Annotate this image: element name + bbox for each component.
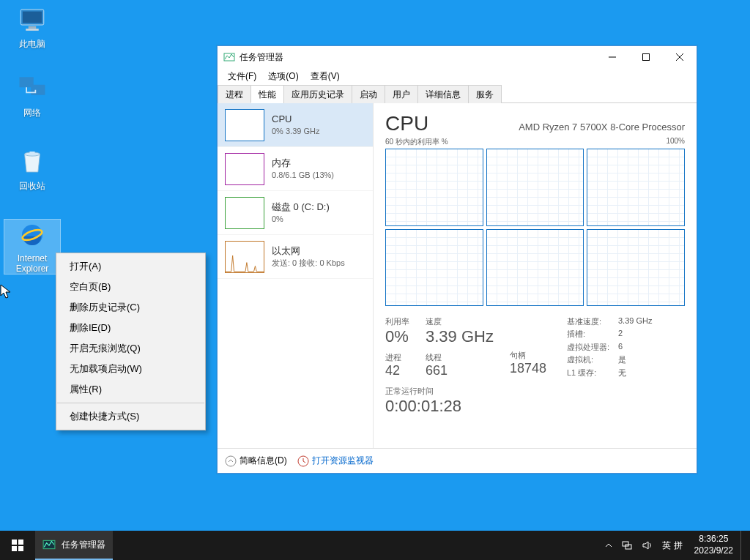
tray-chevron[interactable] xyxy=(601,531,617,560)
taskmgr-icon xyxy=(42,538,56,551)
ctx-open[interactable]: 打开(A) xyxy=(56,256,205,277)
show-desktop-button[interactable] xyxy=(740,531,750,560)
proc-label: 进程 xyxy=(385,352,409,363)
fewer-label: 简略信息(D) xyxy=(240,455,287,467)
cursor-icon xyxy=(0,284,12,300)
svg-rect-21 xyxy=(18,546,23,551)
chevron-up-icon xyxy=(605,542,612,549)
chevron-up-circle-icon xyxy=(225,455,237,467)
kv-k: 虚拟机: xyxy=(567,354,618,365)
ctx-inprivate[interactable]: 开启无痕浏览(Q) xyxy=(56,338,205,359)
tab-processes[interactable]: 进程 xyxy=(218,85,251,103)
perf-main: CPU AMD Ryzen 7 5700X 8-Core Processor 6… xyxy=(374,103,697,448)
svg-rect-22 xyxy=(43,540,55,548)
cpu-model: AMD Ryzen 7 5700X 8-Core Processor xyxy=(519,122,685,132)
kv-k: 基准速度: xyxy=(567,316,618,327)
svg-rect-1 xyxy=(23,12,42,23)
desktop-icon-label: 此电脑 xyxy=(4,38,60,51)
handles-value: 18748 xyxy=(510,361,546,376)
svg-rect-11 xyxy=(643,54,650,61)
desktop-icon-internet-explorer[interactable]: Internet Explorer xyxy=(4,220,60,274)
recycle-bin-icon xyxy=(17,146,48,177)
taskbar-item-taskmgr[interactable]: 任务管理器 xyxy=(35,531,113,560)
svg-rect-2 xyxy=(29,26,37,29)
menu-file[interactable]: 文件(F) xyxy=(222,69,262,84)
sidebar-item-disk[interactable]: 磁盘 0 (C: D:)0% xyxy=(218,191,373,235)
tab-services[interactable]: 服务 xyxy=(468,85,502,103)
util-value: 0% xyxy=(385,327,409,346)
sidebar-item-cpu[interactable]: CPU0% 3.39 GHz xyxy=(218,103,373,147)
desktop[interactable]: 此电脑 网络 回收站 Internet Explorer 打开(A) 空白页(B… xyxy=(0,0,750,560)
sidebar-item-ethernet[interactable]: 以太网发送: 0 接收: 0 Kbps xyxy=(218,235,373,279)
sidebar-sub: 0.8/6.1 GB (13%) xyxy=(272,170,334,180)
maximize-button[interactable] xyxy=(629,46,663,68)
ctx-blank-page[interactable]: 空白页(B) xyxy=(56,277,205,297)
close-button[interactable] xyxy=(663,46,697,68)
desktop-icon-network[interactable]: 网络 xyxy=(4,73,60,119)
tab-details[interactable]: 详细信息 xyxy=(417,85,469,103)
start-button[interactable] xyxy=(0,531,35,560)
desktop-icon-this-pc[interactable]: 此电脑 xyxy=(4,4,60,51)
threads-label: 线程 xyxy=(426,352,494,363)
cpu-thumb xyxy=(225,109,264,141)
sidebar-label: 磁盘 0 (C: D:) xyxy=(272,201,330,214)
ctx-create-shortcut[interactable]: 创建快捷方式(S) xyxy=(56,406,205,427)
minimize-icon xyxy=(609,53,616,61)
desktop-icon-label: 网络 xyxy=(4,107,60,119)
tray-ime[interactable]: 英 拼 xyxy=(658,531,686,560)
sidebar-sub: 0% xyxy=(272,214,330,224)
clock-date: 2023/9/22 xyxy=(694,545,733,557)
menu-options[interactable]: 选项(O) xyxy=(262,69,304,84)
svg-point-14 xyxy=(226,456,236,466)
cpu-graph-grid[interactable] xyxy=(385,149,685,306)
svg-rect-20 xyxy=(12,546,17,551)
tray-volume[interactable] xyxy=(637,531,658,560)
clock-time: 8:36:25 xyxy=(694,534,733,545)
pc-icon xyxy=(17,4,48,35)
tab-performance[interactable]: 性能 xyxy=(250,85,284,103)
desktop-icon-label: 回收站 xyxy=(4,180,60,193)
svg-rect-9 xyxy=(224,53,234,61)
ctx-properties[interactable]: 属性(R) xyxy=(56,379,205,400)
tabs: 进程 性能 应用历史记录 启动 用户 详细信息 服务 xyxy=(218,84,697,103)
svg-line-17 xyxy=(303,461,305,463)
uptime-value: 0:00:01:28 xyxy=(385,397,685,416)
rmon-label: 打开资源监视器 xyxy=(312,455,374,467)
desktop-icon-label: Internet Explorer xyxy=(4,253,60,274)
titlebar[interactable]: 任务管理器 xyxy=(218,46,697,68)
axis-right: 100% xyxy=(666,137,685,147)
taskmgr-footer: 简略信息(D) 打开资源监视器 xyxy=(218,448,697,473)
network-icon xyxy=(621,540,633,551)
tray-network[interactable] xyxy=(617,531,637,560)
kv-v: 6 xyxy=(618,342,684,353)
taskbar[interactable]: 任务管理器 英 拼 8:36:25 2023/9/22 xyxy=(0,531,750,560)
menu-view[interactable]: 查看(V) xyxy=(305,69,346,84)
tray-clock[interactable]: 8:36:25 2023/9/22 xyxy=(687,534,740,556)
kv-k: 虚拟处理器: xyxy=(567,342,618,353)
cpu-graph-4 xyxy=(486,229,584,307)
desktop-icon-recycle-bin[interactable]: 回收站 xyxy=(4,146,60,193)
resource-monitor-link[interactable]: 打开资源监视器 xyxy=(297,455,374,467)
ctx-delete-history[interactable]: 删除历史记录(C) xyxy=(56,297,205,318)
close-icon xyxy=(676,53,683,61)
ctx-delete-ie[interactable]: 删除IE(D) xyxy=(56,318,205,338)
maximize-icon xyxy=(642,53,650,61)
task-manager-window: 任务管理器 文件(F) 选项(O) 查看(V) 进程 性能 应用历史记录 启动 … xyxy=(217,45,697,474)
menubar: 文件(F) 选项(O) 查看(V) xyxy=(218,68,697,84)
resource-monitor-icon xyxy=(297,455,309,467)
ctx-noaddons[interactable]: 无加载项启动(W) xyxy=(56,359,205,379)
svg-rect-18 xyxy=(12,540,17,545)
perf-sidebar: CPU0% 3.39 GHz 内存0.8/6.1 GB (13%) 磁盘 0 (… xyxy=(218,103,374,448)
sidebar-item-memory[interactable]: 内存0.8/6.1 GB (13%) xyxy=(218,147,373,191)
speed-value: 3.39 GHz xyxy=(426,327,494,346)
sidebar-sub: 0% 3.39 GHz xyxy=(272,126,319,136)
minimize-button[interactable] xyxy=(595,46,629,68)
tab-startup[interactable]: 启动 xyxy=(352,85,385,103)
cpu-graph-1 xyxy=(486,149,584,226)
tab-users[interactable]: 用户 xyxy=(385,85,418,103)
fewer-details-button[interactable]: 简略信息(D) xyxy=(225,455,287,467)
cpu-kv: 基准速度:3.39 GHz 插槽:2 虚拟处理器:6 虚拟机:是 L1 缓存:无 xyxy=(567,316,684,378)
ethernet-thumb xyxy=(225,241,264,273)
kv-v: 3.39 GHz xyxy=(618,316,684,327)
tab-app-history[interactable]: 应用历史记录 xyxy=(283,85,352,103)
